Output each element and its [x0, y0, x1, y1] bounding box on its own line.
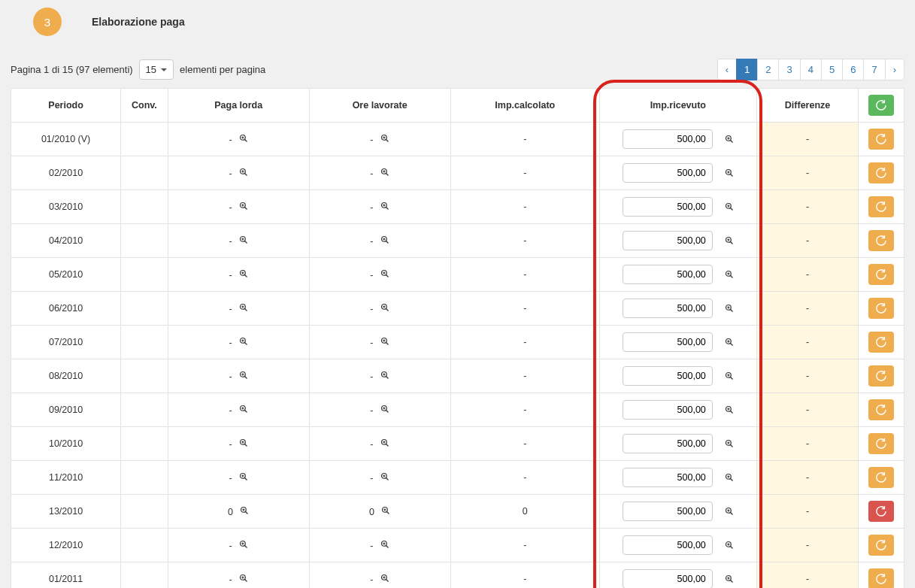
refresh-row-button[interactable]: [868, 433, 894, 454]
page-size-select[interactable]: 15: [139, 59, 174, 80]
svg-line-41: [386, 241, 388, 243]
cell-action: [859, 495, 904, 529]
ricevuto-input[interactable]: [623, 434, 713, 453]
ricevuto-input[interactable]: [623, 332, 713, 352]
zoom-icon[interactable]: [239, 371, 248, 380]
page-2[interactable]: 2: [757, 59, 779, 80]
zoom-icon[interactable]: [725, 236, 734, 245]
zoom-icon[interactable]: [725, 439, 734, 448]
section-header: 3 Elaborazione paga: [11, 0, 904, 59]
svg-line-65: [386, 308, 388, 311]
zoom-icon[interactable]: [380, 438, 389, 447]
zoom-icon[interactable]: [725, 405, 734, 414]
ricevuto-input[interactable]: [623, 400, 713, 420]
zoom-icon[interactable]: [239, 405, 248, 414]
cell-action: [859, 156, 904, 190]
zoom-icon[interactable]: [239, 303, 248, 312]
calc-value: 0: [523, 506, 528, 517]
cell-paga: -: [168, 562, 309, 589]
paga-value: -: [229, 371, 232, 382]
page-prev[interactable]: ‹: [717, 59, 737, 80]
cell-paga: -: [168, 427, 309, 461]
zoom-icon[interactable]: [239, 269, 248, 278]
zoom-icon[interactable]: [239, 168, 248, 177]
zoom-icon[interactable]: [725, 135, 734, 144]
zoom-icon[interactable]: [239, 472, 248, 481]
ricevuto-input[interactable]: [623, 535, 713, 555]
zoom-icon[interactable]: [725, 473, 734, 482]
zoom-icon[interactable]: [239, 134, 248, 143]
zoom-icon[interactable]: [240, 506, 249, 515]
ricevuto-input[interactable]: [623, 163, 713, 183]
zoom-icon[interactable]: [380, 405, 389, 414]
svg-line-121: [245, 477, 247, 480]
zoom-icon[interactable]: [239, 574, 248, 583]
zoom-icon[interactable]: [239, 438, 248, 447]
refresh-row-button[interactable]: [868, 162, 894, 183]
ricevuto-input[interactable]: [623, 299, 713, 318]
zoom-icon[interactable]: [380, 472, 389, 481]
cell-conv: [121, 258, 168, 292]
zoom-icon[interactable]: [725, 168, 734, 177]
refresh-row-button[interactable]: [868, 568, 894, 588]
refresh-row-button[interactable]: [868, 365, 894, 386]
zoom-icon[interactable]: [380, 134, 389, 143]
zoom-icon[interactable]: [380, 202, 389, 211]
cell-ore: -: [309, 326, 450, 359]
cell-calc: -: [450, 461, 599, 495]
zoom-icon[interactable]: [380, 235, 389, 244]
page-4[interactable]: 4: [800, 59, 822, 80]
refresh-row-button[interactable]: [868, 196, 894, 217]
zoom-icon[interactable]: [239, 235, 248, 244]
page-6[interactable]: 6: [842, 59, 864, 80]
page-next[interactable]: ›: [885, 59, 904, 80]
zoom-icon[interactable]: [380, 168, 389, 177]
calc-value: -: [523, 371, 526, 381]
ricevuto-input[interactable]: [623, 231, 713, 250]
zoom-icon[interactable]: [725, 338, 734, 347]
ricevuto-input[interactable]: [623, 502, 713, 521]
refresh-row-button[interactable]: [868, 501, 894, 522]
page-3[interactable]: 3: [778, 59, 800, 80]
zoom-icon[interactable]: [725, 202, 734, 211]
refresh-row-button[interactable]: [868, 264, 894, 285]
refresh-row-button[interactable]: [868, 467, 894, 488]
refresh-all-button[interactable]: [868, 95, 894, 116]
ricevuto-input[interactable]: [623, 569, 713, 588]
page-5[interactable]: 5: [821, 59, 843, 80]
zoom-icon[interactable]: [725, 304, 734, 313]
ricevuto-input[interactable]: [623, 468, 713, 487]
ricevuto-input[interactable]: [623, 129, 713, 149]
zoom-icon[interactable]: [725, 507, 734, 516]
zoom-icon[interactable]: [239, 202, 248, 211]
ricevuto-input[interactable]: [623, 197, 713, 217]
zoom-icon[interactable]: [239, 540, 248, 549]
refresh-row-button[interactable]: [868, 230, 894, 251]
zoom-icon[interactable]: [725, 270, 734, 279]
zoom-icon[interactable]: [380, 540, 389, 549]
page-1[interactable]: 1: [736, 59, 758, 80]
zoom-icon[interactable]: [725, 541, 734, 550]
ricevuto-input[interactable]: [623, 265, 713, 284]
zoom-icon[interactable]: [380, 574, 389, 583]
refresh-row-button[interactable]: [868, 129, 894, 150]
refresh-row-button[interactable]: [868, 332, 894, 353]
zoom-icon[interactable]: [380, 303, 389, 312]
refresh-row-button[interactable]: [868, 298, 894, 319]
zoom-icon[interactable]: [381, 506, 390, 515]
zoom-icon[interactable]: [725, 574, 734, 583]
cell-ore: -: [309, 123, 450, 156]
page-7[interactable]: 7: [863, 59, 885, 80]
zoom-icon[interactable]: [380, 269, 389, 278]
calc-value: -: [523, 405, 526, 415]
zoom-icon[interactable]: [380, 337, 389, 346]
ricevuto-input[interactable]: [623, 366, 713, 386]
diff-value: -: [806, 168, 809, 178]
refresh-row-button[interactable]: [868, 399, 894, 420]
diff-value: -: [806, 202, 809, 212]
refresh-row-button[interactable]: [868, 535, 894, 556]
zoom-icon[interactable]: [725, 371, 734, 380]
zoom-icon[interactable]: [239, 337, 248, 346]
cell-conv: [121, 529, 168, 562]
zoom-icon[interactable]: [380, 371, 389, 380]
